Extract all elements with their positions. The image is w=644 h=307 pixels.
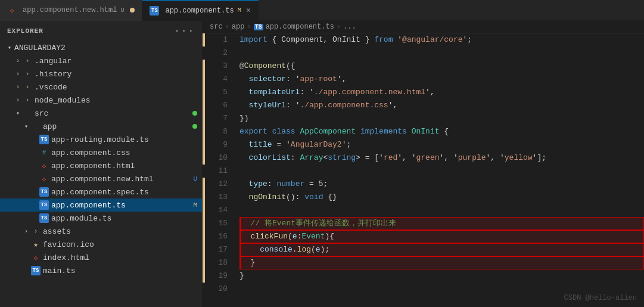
tab-bar: ◇ app.component.new.html U TS app.compon… (0, 0, 644, 21)
tab-new-html-badge: U (120, 7, 124, 14)
sidebar-menu-icon[interactable]: ··· (174, 26, 195, 36)
main-area: Explorer ··· ANGULARDAY2 › .angular › .h… (0, 21, 644, 307)
code-line-1: import { Component, OnInit } from '@angu… (239, 33, 644, 46)
sidebar: Explorer ··· ANGULARDAY2 › .angular › .h… (0, 21, 203, 307)
code-line-5: templateUrl: './app.component.new.html', (239, 86, 644, 99)
code-area: 12345 678910 1112131415 1617181920 impor… (203, 33, 644, 307)
sidebar-item-newhtml[interactable]: ◇ app.component.new.html U (0, 172, 202, 185)
code-line-12: type: number = 5; (239, 178, 644, 191)
sidebar-item-assets[interactable]: › assets (0, 225, 202, 238)
sidebar-item-favicon[interactable]: ★ favicon.ico (0, 238, 202, 251)
ts-icon-component: TS (39, 200, 49, 210)
ts-icon-spec: TS (39, 187, 49, 197)
sidebar-item-module[interactable]: TS app.module.ts (0, 212, 202, 225)
code-line-3: @Component({ (239, 60, 644, 73)
assets-chevron (21, 227, 31, 236)
vscode-label: .vscode (35, 83, 67, 92)
folder-icon-app (31, 122, 41, 131)
sidebar-item-spec[interactable]: TS app.component.spec.ts (0, 185, 202, 199)
explorer-label: Explorer (7, 27, 43, 35)
code-line-6: styleUrl: './app.component.css', (239, 99, 644, 112)
history-chevron (13, 69, 23, 79)
main-label: main.ts (43, 266, 76, 275)
folder-icon-history: › (23, 69, 32, 79)
editor-wrapper: src › app › TS app.component.ts › ... (203, 21, 644, 307)
breadcrumb-filename: app.component.ts (266, 23, 334, 31)
breadcrumb-sep1: › (225, 23, 229, 31)
code-line-14 (239, 204, 644, 217)
index-label: index.html (43, 253, 89, 262)
history-label: .history (35, 70, 71, 79)
tab-new-html[interactable]: ◇ app.component.new.html U (0, 0, 142, 21)
breadcrumb-sep2: › (247, 23, 251, 31)
html-icon-app: ◇ (39, 161, 49, 170)
src-chevron (13, 108, 23, 118)
routing-label: app-routing.module.ts (51, 135, 149, 144)
folder-icon: › (23, 56, 32, 66)
sidebar-item-app[interactable]: app (0, 120, 202, 133)
tab-ts-badge: M (238, 7, 241, 14)
angular-label: .angular (35, 57, 71, 66)
code-line-11 (239, 165, 644, 178)
ts-icon-module: TS (39, 213, 49, 223)
sidebar-item-src[interactable]: src (0, 107, 202, 120)
sidebar-item-history[interactable]: › .history (0, 67, 202, 80)
code-line-16: clickFun(e:Event){ (239, 230, 644, 243)
sidebar-item-root[interactable]: ANGULARDAY2 (0, 41, 202, 54)
folder-icon-vscode: › (23, 82, 32, 92)
folder-icon-src (23, 108, 32, 118)
code-line-7: }) (239, 112, 644, 125)
code-line-4: selector: 'app-root', (239, 73, 644, 86)
sidebar-item-angular[interactable]: › .angular (0, 54, 202, 67)
newhtml-label: app.component.new.html (51, 175, 154, 184)
newhtml-icon: ◇ (39, 174, 49, 184)
html-label: app.component.html (51, 162, 135, 170)
app-chevron (21, 122, 31, 131)
watermark: CSDN @hello-alien (564, 294, 637, 302)
sidebar-item-routing[interactable]: TS app-routing.module.ts (0, 133, 202, 146)
componentts-label: app.component.ts (51, 201, 126, 210)
html-icon: ◇ (7, 5, 17, 15)
code-line-17: console.log(e); (239, 243, 644, 256)
css-label: app.component.css (51, 148, 130, 157)
favicon-label: favicon.ico (43, 240, 94, 249)
tab-new-html-label: app.component.new.html (23, 6, 117, 14)
breadcrumb-dots: ... (343, 23, 356, 31)
code-line-15: // 将Event事件传递给函数，并打印出来 (239, 217, 644, 230)
code-line-13: ngOnInit(): void {} (239, 191, 644, 204)
sidebar-item-main[interactable]: TS main.ts (0, 264, 202, 277)
index-icon: ◇ (31, 253, 41, 262)
sidebar-item-vscode[interactable]: › .vscode (0, 80, 202, 94)
nodemodules-label: node_modules (35, 96, 91, 105)
app-green-dot (192, 124, 197, 129)
breadcrumb-sep3: › (337, 23, 341, 31)
ts-icon: TS (150, 6, 159, 15)
breadcrumb-src: src (210, 23, 223, 31)
code-line-10: colorList: Array<string> = ['red', 'gree… (239, 151, 644, 165)
code-content[interactable]: import { Component, OnInit } from '@angu… (234, 33, 644, 307)
sidebar-item-index[interactable]: ◇ index.html (0, 251, 202, 264)
sidebar-content: ANGULARDAY2 › .angular › .history › .vsc… (0, 41, 202, 307)
tab-ts[interactable]: TS app.component.ts M × (142, 0, 259, 21)
ts-icon-main: TS (31, 266, 41, 275)
folder-icon-assets: › (31, 227, 41, 236)
assets-label: assets (43, 227, 71, 236)
newhtml-badge: U (193, 175, 197, 182)
angular-chevron (13, 56, 23, 66)
spec-label: app.component.spec.ts (51, 188, 149, 197)
sidebar-item-css[interactable]: # app.component.css (0, 146, 202, 159)
src-green-dot (192, 111, 197, 116)
sidebar-item-html[interactable]: ◇ app.component.html (0, 159, 202, 172)
sidebar-item-nodemodules[interactable]: › node_modules (0, 94, 202, 107)
root-chevron (5, 43, 14, 52)
componentts-badge: M (193, 201, 197, 209)
css-icon: # (39, 148, 49, 157)
code-line-19: } (239, 269, 644, 283)
ts-icon-routing: TS (39, 135, 49, 144)
breadcrumb-ts-badge: TS (254, 24, 263, 30)
breadcrumb: src › app › TS app.component.ts › ... (203, 21, 644, 33)
code-line-18: } (239, 256, 644, 269)
tab-ts-close[interactable]: × (246, 6, 251, 15)
code-line-8: export class AppComponent implements OnI… (239, 125, 644, 138)
sidebar-item-component-ts[interactable]: TS app.component.ts M (0, 199, 202, 212)
